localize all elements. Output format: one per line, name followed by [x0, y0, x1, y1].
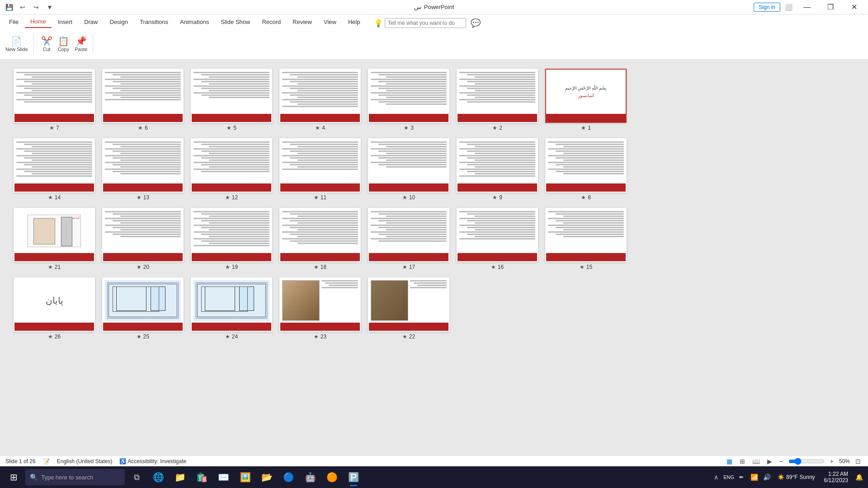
slide-item[interactable]: بِسْمِ اللَّهِ الرَّحْمَنِ الرَّحِيمِ آس…	[545, 69, 627, 131]
undo-button[interactable]: ↩	[17, 2, 28, 13]
tab-animations[interactable]: Animations	[175, 15, 214, 28]
slide-thumbnail[interactable]	[191, 138, 272, 192]
slide-item[interactable]: ★ 25	[102, 277, 184, 340]
slide-thumbnail[interactable]	[279, 277, 361, 332]
quick-access-button[interactable]: ▼	[44, 2, 55, 13]
slide-thumbnail[interactable]: پایان	[14, 277, 95, 332]
slide-item[interactable]: ★ 12	[191, 138, 272, 201]
chevron-tray-icon[interactable]: ∧	[711, 472, 722, 483]
minimize-button[interactable]: —	[797, 0, 817, 14]
slide-thumbnail[interactable]	[457, 69, 538, 123]
slide-thumbnail[interactable]	[545, 138, 627, 192]
slide-item[interactable]: ★ 7	[14, 69, 95, 131]
slide-item[interactable]: ★ 4	[279, 69, 361, 131]
slide-sorter-button[interactable]: ⊞	[738, 457, 747, 466]
slide-item[interactable]: ★ 3	[368, 69, 449, 131]
tab-help[interactable]: Help	[343, 15, 366, 28]
slide-item[interactable]: ★ 11	[279, 138, 361, 201]
volume-icon[interactable]: 🔊	[761, 472, 772, 483]
ribbon-search[interactable]	[385, 18, 466, 28]
slide-thumbnail[interactable]	[457, 208, 538, 262]
slide-item[interactable]: ★ 19	[191, 208, 272, 270]
normal-view-button[interactable]: ▦	[725, 457, 734, 466]
tab-view[interactable]: View	[318, 15, 342, 28]
explorer-button[interactable]: 📁	[170, 467, 190, 487]
start-button[interactable]: ⊞	[4, 467, 24, 487]
slide-item[interactable]: ★ 22	[368, 277, 449, 340]
tab-review[interactable]: Review	[287, 15, 317, 28]
ribbon-search-input[interactable]	[388, 20, 463, 26]
new-slide-button[interactable]: 📄 New Slide	[4, 34, 30, 54]
zoom-slider[interactable]	[788, 458, 825, 465]
weather-widget[interactable]: ☀️ 89°F Sunny	[774, 474, 819, 480]
slide-thumbnail[interactable]	[102, 69, 184, 123]
fit-window-button[interactable]: ⊡	[854, 457, 863, 466]
slide-item[interactable]: ★ 14	[14, 138, 95, 201]
clock[interactable]: 1:22 AM 6/12/2023	[821, 471, 852, 483]
redo-button[interactable]: ↪	[31, 2, 42, 13]
photos-button[interactable]: 🖼️	[235, 467, 255, 487]
paste-button[interactable]: 📌 Paste	[73, 34, 89, 54]
slide-thumbnail[interactable]	[457, 138, 538, 192]
tab-insert[interactable]: Insert	[52, 15, 78, 28]
slide-item[interactable]: ★ 18	[279, 208, 361, 270]
pen-icon[interactable]: ✒	[736, 472, 747, 483]
store-button[interactable]: 🛍️	[192, 467, 212, 487]
slide-item[interactable]: ★ 23	[279, 277, 361, 340]
files-button[interactable]: 📂	[257, 467, 277, 487]
tab-transitions[interactable]: Transitions	[134, 15, 174, 28]
slide-thumbnail[interactable]	[102, 138, 184, 192]
tab-design[interactable]: Design	[104, 15, 133, 28]
slide-item[interactable]: ★ 2	[457, 69, 538, 131]
tab-home[interactable]: Home	[25, 15, 52, 28]
copy-button[interactable]: 📋 Copy	[56, 34, 71, 54]
chrome-button[interactable]: 🔵	[278, 467, 298, 487]
slide-item[interactable]: ★ 16	[457, 208, 538, 270]
slide-item[interactable]: ★ 24	[191, 277, 272, 340]
slide-thumbnail[interactable]	[545, 208, 627, 262]
tab-file[interactable]: File	[4, 15, 24, 28]
slide-thumbnail[interactable]: بِسْمِ اللَّهِ الرَّحْمَنِ الرَّحِيمِ آس…	[545, 69, 627, 123]
mail-button[interactable]: ✉️	[213, 467, 233, 487]
slide-item[interactable]: ★ 17	[368, 208, 449, 270]
slide-thumbnail[interactable]	[191, 208, 272, 262]
close-button[interactable]: ✕	[844, 0, 864, 14]
slide-thumbnail[interactable]	[368, 69, 449, 123]
slideshow-button[interactable]: ▶	[765, 457, 774, 466]
slide-item[interactable]: ★ 8	[545, 138, 627, 201]
slide-thumbnail[interactable]	[368, 138, 449, 192]
task-view-button[interactable]: ⧉	[127, 467, 146, 487]
copilot-button[interactable]: 🤖	[300, 467, 320, 487]
wifi-icon[interactable]: 📶	[749, 472, 760, 483]
reading-view-button[interactable]: 📖	[750, 457, 762, 466]
tab-record[interactable]: Record	[256, 15, 286, 28]
slide-item[interactable]: ★ 13	[102, 138, 184, 201]
slide-thumbnail[interactable]	[14, 69, 95, 123]
comment-icon[interactable]: 💬	[471, 18, 481, 28]
slide-item[interactable]: ★ 9	[457, 138, 538, 201]
restore-button[interactable]: ❐	[820, 0, 841, 14]
cut-button[interactable]: ✂️ Cut	[39, 34, 54, 54]
slide-thumbnail[interactable]	[191, 277, 272, 332]
slide-thumbnail[interactable]	[279, 69, 361, 123]
edge-button[interactable]: 🌐	[148, 467, 168, 487]
notes-icon[interactable]: 📝	[43, 458, 50, 465]
slide-thumbnail[interactable]	[102, 277, 184, 332]
tab-slideshow[interactable]: Slide Show	[215, 15, 255, 28]
slide-thumbnail[interactable]	[368, 208, 449, 262]
slide-thumbnail[interactable]	[279, 208, 361, 262]
slide-thumbnail[interactable]	[102, 208, 184, 262]
zoom-out-button[interactable]: −	[778, 457, 785, 466]
slide-item[interactable]: ★ 20	[102, 208, 184, 270]
slide-item[interactable]: آسانسور ★ 21	[14, 208, 95, 270]
slide-item[interactable]: ★ 10	[368, 138, 449, 201]
ribbon-display-button[interactable]: ⬜	[783, 2, 794, 13]
slide-thumbnail[interactable]	[368, 277, 449, 332]
zoom-in-button[interactable]: +	[828, 457, 835, 466]
slide-thumbnail[interactable]	[191, 69, 272, 123]
slide-item[interactable]: ★ 5	[191, 69, 272, 131]
slide-thumbnail[interactable]	[14, 138, 95, 192]
tab-draw[interactable]: Draw	[79, 15, 103, 28]
language-tray[interactable]: ENG	[723, 472, 734, 483]
taskbar-search[interactable]: 🔍 Type here to search	[25, 469, 125, 485]
